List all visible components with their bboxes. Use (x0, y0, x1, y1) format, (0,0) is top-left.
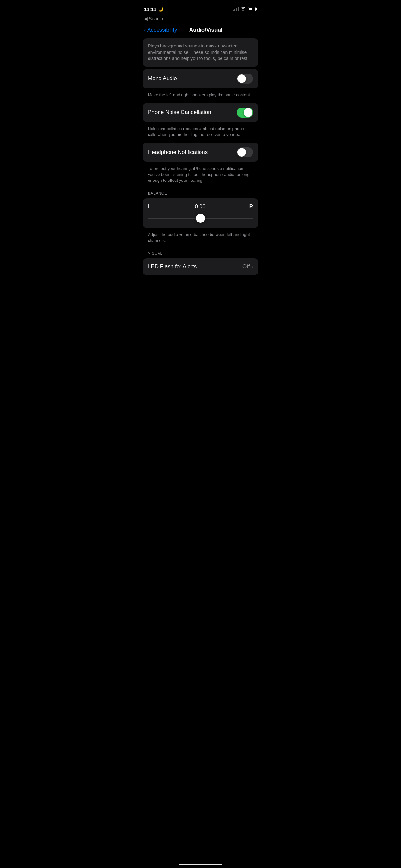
moon-icon: 🌙 (158, 7, 163, 11)
status-time: 11:11 (144, 6, 156, 12)
phone-noise-label: Phone Noise Cancellation (148, 109, 211, 116)
wifi-icon (241, 7, 246, 11)
signal-bar-1 (233, 10, 234, 11)
balance-description: Adjust the audio volume balance between … (143, 230, 258, 249)
balance-slider-thumb[interactable] (196, 214, 205, 223)
led-flash-card[interactable]: LED Flash for Alerts Off › (143, 258, 258, 275)
bg-sound-text: Plays background sounds to mask unwanted… (148, 43, 249, 61)
back-arrow-small: ◀ (144, 16, 148, 21)
mono-audio-card: Mono Audio (143, 69, 258, 88)
bg-sound-description: Plays background sounds to mask unwanted… (143, 38, 258, 66)
headphone-notifications-toggle[interactable] (237, 147, 253, 157)
mono-audio-label: Mono Audio (148, 75, 177, 82)
signal-bar-2 (235, 9, 235, 11)
page-title: Audio/Visual (181, 27, 231, 33)
phone-noise-card: Phone Noise Cancellation (143, 103, 258, 122)
phone-noise-description: Noise cancellation reduces ambient noise… (143, 125, 258, 143)
mono-audio-toggle-thumb (237, 74, 246, 83)
mono-audio-description: Make the left and right speakers play th… (143, 91, 258, 103)
headphone-notifications-description: To protect your hearing, iPhone sends a … (143, 164, 258, 189)
signal-bar-4 (238, 7, 239, 11)
status-left: 11:11 🌙 (144, 6, 163, 12)
headphone-notifications-card: Headphone Notifications (143, 143, 258, 162)
search-back-row[interactable]: ◀ Search (137, 16, 264, 24)
battery-fill (249, 8, 252, 10)
led-flash-value-row: Off › (243, 264, 253, 270)
led-flash-label: LED Flash for Alerts (148, 264, 197, 270)
back-link-label: Accessibility (147, 27, 177, 33)
balance-labels-row: L 0.00 R (148, 204, 253, 210)
balance-slider-track (148, 218, 253, 219)
balance-card: L 0.00 R (143, 198, 258, 228)
mono-audio-toggle[interactable] (237, 73, 253, 84)
led-flash-value: Off (243, 264, 250, 270)
balance-left-label: L (148, 204, 151, 210)
phone-noise-toggle[interactable] (237, 107, 253, 118)
signal-bars (233, 7, 239, 11)
signal-bar-3 (236, 8, 237, 11)
back-chevron-icon: ‹ (144, 27, 146, 33)
status-right (233, 7, 257, 11)
back-button[interactable]: ‹ Accessibility (144, 27, 177, 33)
led-flash-chevron-icon: › (251, 264, 253, 269)
search-back-label: Search (149, 16, 163, 21)
balance-slider[interactable] (148, 214, 253, 223)
balance-section-header: BALANCE (143, 191, 258, 198)
battery (248, 7, 257, 11)
visual-section-header: VISUAL (143, 251, 258, 258)
balance-right-label: R (249, 204, 253, 210)
phone-noise-toggle-thumb (244, 108, 252, 117)
battery-body (248, 7, 256, 11)
content-area: Plays background sounds to mask unwanted… (137, 38, 264, 275)
nav-header: ‹ Accessibility Audio/Visual (137, 24, 264, 38)
headphone-notifications-label: Headphone Notifications (148, 149, 208, 156)
battery-tip (256, 8, 257, 10)
headphone-notifications-toggle-thumb (237, 148, 246, 157)
status-bar: 11:11 🌙 (137, 0, 264, 16)
balance-value: 0.00 (195, 204, 206, 210)
